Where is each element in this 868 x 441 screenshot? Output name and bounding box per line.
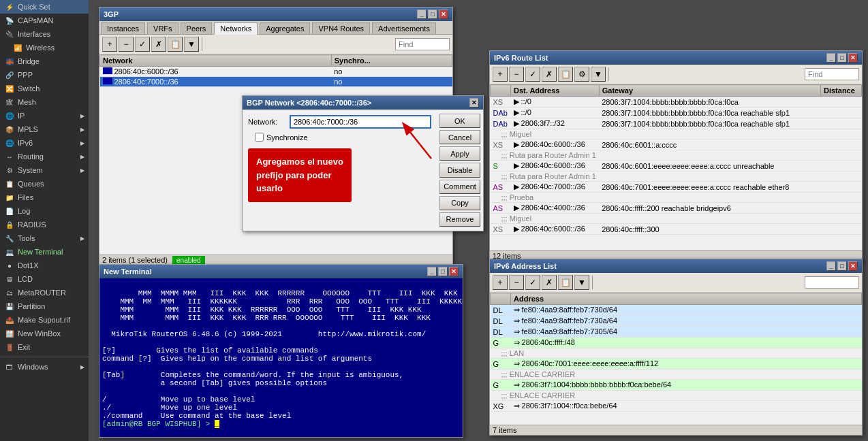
- bgp-close-btn[interactable]: ✕: [439, 10, 448, 19]
- sidebar-item-mesh[interactable]: 🕸 Mesh: [0, 95, 89, 109]
- table-row[interactable]: DL ⇒ fe80::4aa9:8aff:feb7:7305/64: [491, 327, 862, 338]
- table-row[interactable]: 2806:40c:6000::/36 no: [100, 67, 452, 77]
- sidebar-item-ip[interactable]: 🌐 IP: [0, 109, 89, 122]
- table-row[interactable]: DAb ▶ 2806:3f7::/32 2806:3f7:1004:bbbb:b…: [491, 118, 862, 129]
- synchronize-checkbox[interactable]: [255, 133, 264, 142]
- sidebar-item-wireless[interactable]: 📶 Wireless: [0, 41, 89, 54]
- table-row[interactable]: G ⇒ 2806:3f7:1004:bbbb:bbbb:bbbb:f0ca:be…: [491, 380, 862, 391]
- table-row[interactable]: DL ⇒ fe80::4aa9:8aff:feb7:730a/64: [491, 316, 862, 327]
- sidebar-item-queues[interactable]: 📋 Queues: [0, 177, 89, 191]
- table-row[interactable]: G ⇒ 2806:40c:ffff:/48: [491, 338, 862, 348]
- remove-btn[interactable]: −: [119, 37, 134, 52]
- sidebar-item-log[interactable]: 📄 Log: [0, 204, 89, 218]
- col-flag[interactable]: [491, 85, 511, 97]
- table-row[interactable]: S ▶ 2806:40c:6000::/36 2806:40c:6001:eee…: [491, 161, 862, 172]
- tab-vpn4routes[interactable]: VPN4 Routes: [312, 22, 370, 34]
- ipv6-maximize-btn[interactable]: □: [837, 53, 847, 63]
- tab-peers[interactable]: Peers: [181, 22, 213, 34]
- terminal-maximize-btn[interactable]: □: [438, 267, 448, 276]
- addr-copy-btn[interactable]: 📋: [558, 275, 573, 290]
- table-row[interactable]: XG ⇒ 2806:3f7:1004::f0ca:bebe/64: [491, 401, 862, 412]
- addr-filter-btn[interactable]: ▼: [574, 275, 589, 290]
- ok-button[interactable]: OK: [439, 114, 480, 128]
- copy-button[interactable]: Copy: [439, 196, 480, 210]
- table-row[interactable]: G ⇒ 2806:40c:7001:eeee:eeee:eeee:a:ffff/…: [491, 359, 862, 370]
- filter-btn[interactable]: ▼: [184, 37, 199, 52]
- ipv6-find-input[interactable]: [805, 68, 859, 80]
- sidebar-item-mpls[interactable]: 📦 MPLS: [0, 122, 89, 136]
- sidebar-item-tools[interactable]: 🔧 Tools: [0, 231, 89, 245]
- table-row[interactable]: AS ▶ 2806:40c:7000::/36 2806:40c:7001:ee…: [491, 182, 862, 193]
- ipv6-disable-btn[interactable]: ✗: [542, 67, 557, 82]
- col-addr-flag[interactable]: [491, 293, 511, 305]
- sidebar-item-windows[interactable]: 🗔 Windows: [0, 360, 89, 374]
- addr-disable-btn[interactable]: ✗: [542, 275, 557, 290]
- addr-close-btn[interactable]: ✕: [848, 261, 858, 271]
- tab-aggregates[interactable]: Aggregates: [260, 22, 310, 34]
- apply-button[interactable]: Apply: [439, 146, 480, 161]
- sidebar-item-routing[interactable]: ↔ Routing: [0, 150, 89, 163]
- table-row[interactable]: XS ▶ ::/0 2806:3f7:1004:bbbb:bbbb:bbbb:f…: [491, 97, 862, 108]
- sidebar-item-partition[interactable]: 💾 Partition: [0, 299, 89, 313]
- col-network[interactable]: Network: [100, 55, 332, 67]
- ipv6-copy-btn[interactable]: 📋: [558, 67, 573, 82]
- remove-button[interactable]: Remove: [439, 212, 480, 227]
- ipv6-filter-btn[interactable]: ▼: [591, 67, 606, 82]
- dialog-close-btn[interactable]: ✕: [469, 98, 479, 108]
- table-row[interactable]: 2806:40c:7000::/36 no: [100, 77, 452, 87]
- ipv6-close-btn[interactable]: ✕: [848, 53, 858, 63]
- tab-advertisements[interactable]: Advertisements: [372, 22, 436, 34]
- col-dst[interactable]: Dst. Address: [511, 85, 600, 97]
- sidebar-item-make-supout[interactable]: 📤 Make Supout.rif: [0, 313, 89, 327]
- tab-vrfs[interactable]: VRFs: [147, 22, 179, 34]
- terminal-minimize-btn[interactable]: _: [427, 267, 437, 276]
- sidebar-item-files[interactable]: 📁 Files: [0, 191, 89, 204]
- ipv6-add-btn[interactable]: +: [493, 67, 508, 82]
- addr-table-scroll[interactable]: Address DL ⇒ fe80::4aa9:8aff:feb7:730d/6…: [490, 293, 862, 425]
- col-dist[interactable]: Distance: [821, 85, 862, 97]
- addr-enable-btn[interactable]: ✓: [525, 275, 540, 290]
- tab-instances[interactable]: Instances: [101, 22, 145, 34]
- addr-minimize-btn[interactable]: _: [826, 261, 836, 271]
- table-row[interactable]: XS ▶ 2806:40c:6000::/36 2806:40c:6001::a…: [491, 140, 862, 150]
- sidebar-item-bridge[interactable]: 🌉 Bridge: [0, 54, 89, 68]
- sidebar-item-metarouter[interactable]: 🗂 MetaROUTER: [0, 286, 89, 299]
- sidebar-item-switch[interactable]: 🔀 Switch: [0, 82, 89, 95]
- enable-btn[interactable]: ✓: [135, 37, 150, 52]
- ipv6-minimize-btn[interactable]: _: [826, 53, 836, 63]
- sidebar-item-system[interactable]: ⚙ System: [0, 163, 89, 177]
- sidebar-item-dot1x[interactable]: ● Dot1X: [0, 259, 89, 272]
- add-btn[interactable]: +: [102, 37, 117, 52]
- table-row[interactable]: DAb ▶ ::/0 2806:3f7:1004:bbbb:bbbb:bbbb:…: [491, 108, 862, 118]
- sidebar-item-ipv6[interactable]: 🌐 IPv6: [0, 136, 89, 150]
- terminal-close-btn[interactable]: ✕: [449, 267, 459, 276]
- col-address[interactable]: Address: [511, 293, 862, 305]
- col-gw[interactable]: Gateway: [599, 85, 820, 97]
- ipv6-settings-btn[interactable]: ⚙: [574, 67, 589, 82]
- disable-button[interactable]: Disable: [439, 163, 480, 177]
- ipv6-remove-btn[interactable]: −: [509, 67, 524, 82]
- table-row[interactable]: XS ▶ 2806:40c:6000::/36 2806:40c:ffff::3…: [491, 224, 862, 235]
- addr-find-input[interactable]: [805, 276, 859, 289]
- col-synchro[interactable]: Synchro...: [331, 55, 452, 67]
- sidebar-item-radius[interactable]: 🔒 RADIUS: [0, 218, 89, 231]
- comment-button[interactable]: Comment: [439, 180, 480, 194]
- sidebar-item-quickset[interactable]: ⚡ Quick Set: [0, 0, 89, 14]
- sidebar-item-ppp[interactable]: 🔗 PPP: [0, 68, 89, 82]
- sidebar-item-new-terminal[interactable]: 💻 New Terminal: [0, 245, 89, 259]
- ipv6-table-scroll[interactable]: Dst. Address Gateway Distance XS ▶ ::/0 …: [490, 84, 862, 250]
- copy-btn[interactable]: 📋: [168, 37, 183, 52]
- sidebar-item-interfaces[interactable]: 🔌 Interfaces: [0, 27, 89, 41]
- network-input[interactable]: [290, 115, 431, 129]
- sidebar-item-lcd[interactable]: 🖥 LCD: [0, 272, 89, 286]
- tab-networks[interactable]: Networks: [214, 22, 258, 35]
- addr-maximize-btn[interactable]: □: [837, 261, 847, 271]
- table-row[interactable]: DL ⇒ fe80::4aa9:8aff:feb7:730d/64: [491, 305, 862, 316]
- bgp-minimize-btn[interactable]: _: [417, 10, 427, 19]
- find-input[interactable]: [395, 38, 450, 50]
- sidebar-item-exit[interactable]: 🚪 Exit: [0, 340, 89, 354]
- cancel-button[interactable]: Cancel: [439, 130, 480, 144]
- ipv6-enable-btn[interactable]: ✓: [525, 67, 540, 82]
- sidebar-item-new-winbox[interactable]: 🪟 New WinBox: [0, 327, 89, 340]
- terminal-body[interactable]: MMM MMMM MMM III KKK KKK RRRRRR OOOOOO T…: [99, 278, 463, 437]
